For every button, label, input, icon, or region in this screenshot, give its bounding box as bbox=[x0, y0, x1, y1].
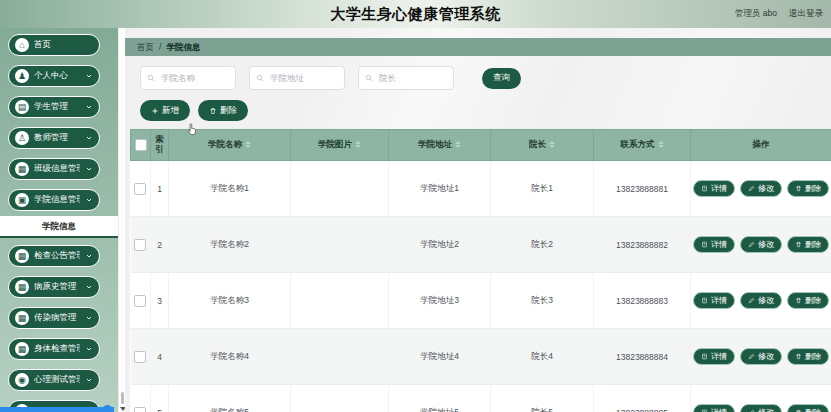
row-index: 2 bbox=[151, 217, 169, 273]
sort-icon[interactable] bbox=[355, 141, 361, 148]
college-address-cell: 学院地址5 bbox=[389, 385, 491, 412]
chevron-down-icon bbox=[85, 345, 93, 353]
column-header-4[interactable]: 学院地址 bbox=[389, 130, 491, 161]
delete-selected-button[interactable]: 删除 bbox=[198, 100, 248, 121]
select-all-checkbox[interactable] bbox=[135, 139, 147, 151]
add-button[interactable]: 新增 bbox=[140, 100, 190, 121]
sidebar-menu: ⌂首页♟个人中心▤学生管理♙教师管理▦班级信息管理▣学院信息管理学院信息▦检查公… bbox=[0, 34, 118, 391]
psych-icon: ◉ bbox=[15, 373, 29, 387]
sidebar-item-label: 教师管理 bbox=[34, 132, 68, 144]
dean-input[interactable] bbox=[377, 72, 447, 84]
table-row: 2学院名称2学院地址2院长213823888882详情修改删除 bbox=[131, 217, 831, 273]
row-delete-button[interactable]: 删除 bbox=[787, 348, 829, 365]
college-image-cell bbox=[291, 217, 389, 273]
sidebar-item-label: 首页 bbox=[34, 39, 51, 51]
college-image-cell bbox=[291, 329, 389, 385]
column-header-2[interactable]: 学院名称 bbox=[169, 130, 291, 161]
college-name-cell: 学院名称3 bbox=[169, 273, 291, 329]
phone-cell: 13823888885 bbox=[594, 385, 691, 412]
breadcrumb-home[interactable]: 首页 bbox=[137, 38, 154, 56]
table-row: 3学院名称3学院地址3院长313823888883详情修改删除 bbox=[131, 273, 831, 329]
sidebar-item-9[interactable]: ▦传染病管理 bbox=[8, 307, 100, 329]
sidebar-item-8[interactable]: ▦病原史管理 bbox=[8, 276, 100, 298]
select-all-cell bbox=[131, 130, 151, 161]
sidebar-item-3[interactable]: ▤学生管理 bbox=[8, 96, 100, 118]
college-address-cell: 学院地址3 bbox=[389, 273, 491, 329]
scrollbar-thumb[interactable] bbox=[121, 392, 124, 404]
college-image-cell bbox=[291, 161, 389, 217]
search-field-dean[interactable] bbox=[358, 66, 454, 90]
row-checkbox[interactable] bbox=[134, 183, 146, 195]
search-field-college-name[interactable] bbox=[140, 66, 236, 90]
sidebar-scrollbar[interactable] bbox=[118, 28, 125, 412]
grid-icon: ▦ bbox=[15, 342, 29, 356]
row-checkbox[interactable] bbox=[134, 239, 146, 251]
detail-button[interactable]: 详情 bbox=[693, 404, 735, 412]
column-label: 院长 bbox=[529, 139, 546, 149]
chevron-down-icon bbox=[85, 314, 93, 322]
row-checkbox[interactable] bbox=[134, 351, 146, 363]
row-checkbox[interactable] bbox=[134, 407, 146, 412]
breadcrumb: 首页 / 学院信息 bbox=[125, 38, 831, 56]
row-delete-button[interactable]: 删除 bbox=[787, 180, 829, 197]
search-fields bbox=[140, 66, 454, 90]
sidebar-item-label: 身体检查管理 bbox=[34, 343, 80, 355]
sidebar-item-5[interactable]: ▦班级信息管理 bbox=[8, 158, 100, 180]
toolbar: 新增 删除 bbox=[140, 100, 831, 121]
progress-handle[interactable] bbox=[103, 405, 112, 412]
sidebar-item-label: 学生管理 bbox=[34, 101, 68, 113]
sort-icon[interactable] bbox=[658, 141, 664, 148]
table-header-row: 索引学院名称学院图片学院地址院长联系方式操作 bbox=[131, 130, 831, 161]
search-icon bbox=[256, 74, 264, 82]
detail-button[interactable]: 详情 bbox=[693, 236, 735, 253]
row-delete-button[interactable]: 删除 bbox=[787, 292, 829, 309]
sidebar-subitem[interactable]: 学院信息 bbox=[0, 216, 118, 238]
row-select-cell bbox=[131, 385, 151, 412]
sort-icon[interactable] bbox=[549, 141, 555, 148]
row-index: 5 bbox=[151, 385, 169, 412]
sidebar-item-10[interactable]: ▦身体检查管理 bbox=[8, 338, 100, 360]
actions-cell: 详情修改删除 bbox=[691, 329, 831, 385]
edit-button[interactable]: 修改 bbox=[740, 236, 782, 253]
sidebar-item-6[interactable]: ▣学院信息管理 bbox=[8, 189, 100, 211]
row-checkbox[interactable] bbox=[134, 295, 146, 307]
sort-icon[interactable] bbox=[455, 141, 461, 148]
search-field-college-address[interactable] bbox=[249, 66, 345, 90]
app-window: 大学生身心健康管理系统 管理员 abo 退出登录 ⌂首页♟个人中心▤学生管理♙教… bbox=[0, 0, 831, 412]
column-header-3[interactable]: 学院图片 bbox=[291, 130, 389, 161]
edit-button[interactable]: 修改 bbox=[740, 348, 782, 365]
search-bar: 查询 bbox=[140, 66, 831, 90]
sidebar-item-7[interactable]: ▦检查公告管理 bbox=[8, 245, 100, 267]
breadcrumb-separator: / bbox=[159, 38, 161, 56]
row-delete-button[interactable]: 删除 bbox=[787, 236, 829, 253]
add-button-label: 新增 bbox=[162, 105, 179, 117]
chevron-down-icon bbox=[85, 165, 93, 173]
college-name-input[interactable] bbox=[159, 72, 229, 84]
sidebar-item-11[interactable]: ◉心理测试管理 bbox=[8, 369, 100, 391]
sidebar-item-label: 病原史管理 bbox=[34, 281, 77, 293]
detail-button[interactable]: 详情 bbox=[693, 348, 735, 365]
sidebar-item-1[interactable]: ⌂首页 bbox=[8, 34, 100, 56]
chevron-down-icon bbox=[85, 252, 93, 260]
column-header-5[interactable]: 院长 bbox=[491, 130, 594, 161]
detail-button[interactable]: 详情 bbox=[693, 292, 735, 309]
edit-button[interactable]: 修改 bbox=[740, 180, 782, 197]
detail-button[interactable]: 详情 bbox=[693, 180, 735, 197]
home-icon: ⌂ bbox=[15, 38, 29, 52]
column-header-6[interactable]: 联系方式 bbox=[594, 130, 691, 161]
chevron-down-icon bbox=[85, 376, 93, 384]
edit-button[interactable]: 修改 bbox=[740, 404, 782, 412]
chevron-down-icon bbox=[85, 283, 93, 291]
logout-link[interactable]: 退出登录 bbox=[789, 8, 823, 20]
row-delete-button[interactable]: 删除 bbox=[787, 404, 829, 412]
plus-icon bbox=[151, 107, 159, 115]
sort-icon[interactable] bbox=[245, 141, 251, 148]
college-address-input[interactable] bbox=[268, 72, 338, 84]
sidebar-item-4[interactable]: ♙教师管理 bbox=[8, 127, 100, 149]
sidebar-item-label: 心理测试管理 bbox=[34, 374, 80, 386]
edit-button[interactable]: 修改 bbox=[740, 292, 782, 309]
row-select-cell bbox=[131, 161, 151, 217]
sidebar-item-2[interactable]: ♟个人中心 bbox=[8, 65, 100, 87]
user-icon: ♟ bbox=[15, 69, 29, 83]
query-button[interactable]: 查询 bbox=[482, 68, 521, 89]
